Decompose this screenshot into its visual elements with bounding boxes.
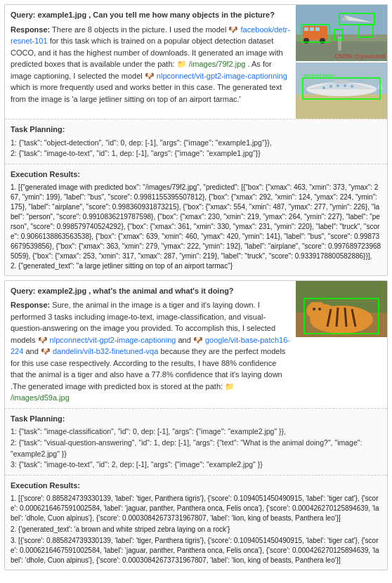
task-item-2-3: 3: {"task": "image-to-text", "id": 2, de…	[11, 459, 381, 471]
image-tiger	[296, 281, 387, 337]
path-1: /images/79f2.jpg	[189, 60, 246, 68]
section-1-inner: Query: example1.jpg , Can you tell me ho…	[5, 5, 387, 119]
section-1-images: CSDN @youcan8	[296, 5, 387, 119]
svg-point-28	[351, 85, 353, 88]
watermark-1: CSDN @youcan8	[334, 53, 386, 60]
execution-text-1b: 2. {"generated_text": "a large jetliner …	[11, 261, 381, 271]
svg-point-26	[337, 84, 339, 87]
svg-point-24	[322, 86, 325, 89]
svg-rect-4	[338, 37, 341, 51]
section-1-text: Query: example1.jpg , Can you tell me ho…	[5, 5, 296, 119]
svg-point-27	[344, 84, 346, 87]
response-2: Response: Sure, the animal in the image …	[11, 299, 290, 404]
svg-point-9	[303, 38, 309, 44]
svg-rect-8	[315, 27, 320, 31]
task-planning-title-2: Task Planning:	[11, 413, 381, 425]
execution-results-2: Execution Results: 1. [{'score': 0.88582…	[5, 475, 387, 570]
task-item-1-2: 2: {"task": "image-to-text", "id": 1, de…	[11, 148, 381, 159]
task-item-1-1: 1: {"task": "object-detection", "id": 0,…	[11, 138, 381, 149]
response-text-1a: There are 8 objects in the picture. I us…	[52, 25, 226, 34]
task-item-2-1: 1: {"task": "image-classification", "id"…	[11, 426, 381, 438]
response-label-2: Response:	[11, 301, 50, 309]
svg-line-37	[337, 308, 338, 327]
task-item-2-2: 2: {"task": "visual-question-answering",…	[11, 438, 381, 460]
model-link-2[interactable]: nlpconnect/vit-gpt2-image-captionning	[157, 72, 287, 80]
response-label-1: Response:	[11, 25, 50, 34]
svg-rect-6	[304, 27, 308, 31]
svg-point-10	[320, 38, 325, 44]
execution-title-1: Execution Results:	[11, 169, 381, 181]
svg-point-43	[313, 308, 315, 310]
svg-text:predicted boxes: predicted boxes	[304, 73, 334, 77]
execution-text-2c: 3. [{'score': 0.885824739330139, 'label'…	[11, 536, 381, 565]
model-link-2a[interactable]: nlpconnect/vit-gpt2-image-captioning	[50, 336, 176, 344]
task-planning-1: Task Planning: 1: {"task": "object-detec…	[5, 119, 387, 164]
svg-line-38	[345, 308, 346, 327]
section-2-text: Query: example2.jpg , what's the animal …	[5, 281, 296, 408]
query-1: Query: example1.jpg , Can you tell me ho…	[11, 9, 290, 21]
section-2: Query: example2.jpg , what's the animal …	[4, 280, 388, 570]
svg-point-40	[306, 302, 327, 319]
page-container: Query: example1.jpg , Can you tell me ho…	[0, 4, 392, 570]
svg-point-25	[329, 85, 332, 88]
execution-text-1a: 1. [{"generated image with predicted box…	[11, 183, 381, 261]
task-planning-2: Task Planning: 1: {"task": "image-classi…	[5, 408, 387, 476]
image-road-scene: CSDN @youcan8	[296, 5, 387, 61]
svg-rect-7	[310, 27, 314, 31]
query-2: Query: example2.jpg , what's the animal …	[11, 285, 290, 297]
response-and-1: and	[178, 336, 192, 344]
image-airport-scene: predicted boxes	[296, 63, 387, 119]
section-2-inner: Query: example2.jpg , what's the animal …	[5, 281, 387, 408]
response-and-2: and	[25, 347, 40, 355]
response-quote-1: 'a large jetliner sitting on top of an a…	[72, 95, 240, 103]
query-label-1: Query: example1.jpg , Can you tell me ho…	[11, 11, 275, 19]
svg-rect-18	[296, 94, 387, 119]
execution-results-1: Execution Results: 1. [{"generated image…	[5, 164, 387, 275]
section-2-image	[296, 281, 387, 408]
model-link-2c[interactable]: dandelin/vilt-b32-finetuned-vqa	[53, 347, 158, 355]
execution-title-2: Execution Results:	[11, 480, 381, 492]
task-planning-title-1: Task Planning:	[11, 124, 381, 136]
svg-rect-22	[334, 80, 348, 84]
response-1: Response: There are 8 objects in the pic…	[11, 24, 290, 105]
section-1: Query: example1.jpg , Can you tell me ho…	[4, 4, 388, 276]
query-label-2: Query: example2.jpg , what's the animal …	[11, 287, 234, 295]
svg-point-44	[318, 308, 321, 310]
execution-text-2a: 1. [{'score': 0.885824739330139, 'label'…	[11, 494, 381, 523]
execution-text-2b: 2. {'generated_text': 'a brown and white…	[11, 525, 381, 535]
path-2: /images/d59a.jpg	[11, 393, 70, 402]
